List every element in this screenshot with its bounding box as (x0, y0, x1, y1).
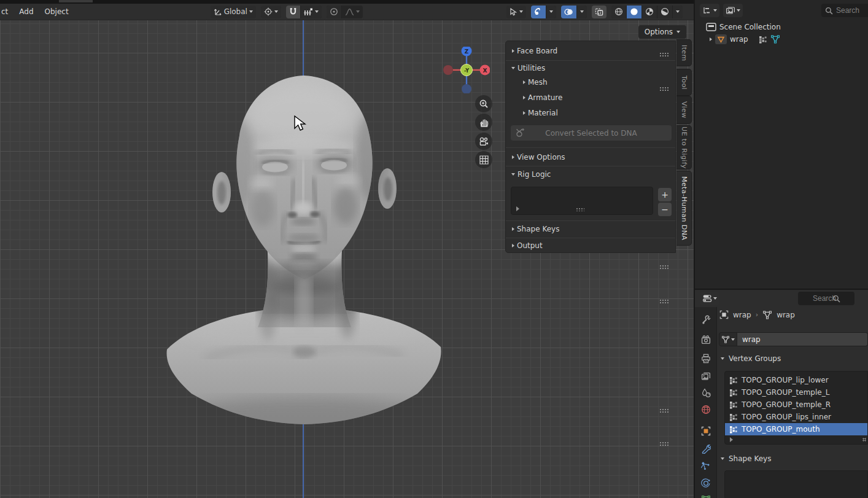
pan-view-button[interactable] (475, 114, 492, 131)
xray-toggle[interactable] (592, 6, 606, 18)
workspace-tab-compositing[interactable]: Compositing (427, 0, 481, 2)
zoom-view-button[interactable] (475, 95, 492, 112)
panel-rig-logic[interactable]: Rig Logic (506, 168, 675, 181)
pivot-point-dropdown[interactable] (261, 6, 281, 18)
breadcrumb-object-name[interactable]: wrap (733, 311, 751, 319)
menu-select-clipped[interactable]: ct (0, 4, 14, 20)
workspace-tab-geometry-nodes[interactable]: Geometry Nodes (483, 0, 551, 2)
vertex-groups-header[interactable]: Vertex Groups (721, 354, 781, 363)
view-axis-gizmo[interactable]: Z X -Y (443, 47, 490, 93)
drag-dots-icon[interactable] (862, 438, 866, 442)
object-type-visibility-dropdown[interactable] (506, 6, 526, 18)
head-model[interactable] (153, 62, 460, 430)
menu-object[interactable]: Object (39, 4, 74, 20)
rig-logic-remove-button[interactable]: − (658, 203, 672, 216)
panel-utilities[interactable]: Utilities (506, 61, 675, 75)
rig-logic-list[interactable] (511, 187, 653, 215)
xray-icon (595, 8, 603, 16)
tab-object-data-properties[interactable] (696, 491, 716, 498)
vertex-group-row[interactable]: TOPO_GROUP_lips_inner (725, 411, 867, 423)
outliner-display-mode-dropdown[interactable] (700, 4, 719, 17)
panel-view-options[interactable]: View Options (506, 150, 675, 164)
drag-dots-icon[interactable] (659, 265, 669, 269)
subpanel-mesh[interactable]: Mesh (517, 76, 686, 89)
workspace-tab-texture-paint[interactable]: Texture Paint (233, 0, 288, 2)
viewport-3d[interactable]: Z X -Y ct Add Object Global (0, 4, 694, 498)
outliner-filter-dropdown[interactable] (723, 4, 743, 17)
tab-modifier-properties[interactable] (696, 441, 716, 457)
mesh-data-icon[interactable] (770, 35, 780, 44)
panel-output[interactable]: Output (506, 239, 675, 252)
shading-solid-button[interactable] (627, 6, 641, 18)
vertex-groups-filter-row[interactable] (725, 435, 867, 444)
shading-rendered-button[interactable] (657, 6, 672, 18)
snap-settings-dropdown[interactable] (301, 6, 322, 18)
gizmos-dropdown[interactable] (546, 6, 556, 18)
expand-icon[interactable] (516, 206, 519, 211)
tab-output-properties[interactable] (696, 351, 716, 367)
tab-view-layer-properties[interactable] (696, 368, 716, 384)
transform-orientation-dropdown[interactable]: Global (211, 6, 256, 18)
snap-toggle-button[interactable] (286, 6, 300, 18)
shape-keys-list[interactable] (724, 470, 868, 498)
overlays-dropdown[interactable] (577, 6, 587, 18)
tab-world-properties[interactable] (696, 402, 716, 418)
drag-dots-icon[interactable] (659, 52, 669, 56)
tab-tool-properties[interactable] (696, 312, 716, 328)
menu-add[interactable]: Add (14, 4, 39, 20)
proportional-editing-button[interactable] (327, 6, 341, 18)
vertex-groups-list[interactable]: TOPO_GROUP_lip_lower TOPO_GROUP_temple_L… (724, 371, 868, 445)
properties-search-input[interactable] (798, 292, 854, 305)
expand-icon[interactable] (730, 437, 733, 442)
proportional-falloff-dropdown[interactable] (342, 6, 363, 18)
workspace-tab-layout[interactable]: Layout (59, 0, 93, 2)
workspace-tab-rendering[interactable]: Rendering (379, 0, 425, 2)
shading-material-button[interactable] (642, 6, 657, 18)
shading-dropdown[interactable] (673, 6, 683, 18)
expand-icon[interactable] (710, 37, 712, 41)
sidebar-tab-meta-human-dna[interactable]: Meta-Human DNA (676, 171, 692, 246)
panel-face-board[interactable]: Face Board (506, 44, 675, 58)
vertex-group-row[interactable]: TOPO_GROUP_temple_L (725, 386, 867, 399)
panel-shape-keys[interactable]: Shape Keys (506, 222, 675, 236)
outliner-wrap-row[interactable]: wrap (710, 34, 780, 44)
vertex-group-row-selected[interactable]: TOPO_GROUP_mouth (725, 423, 867, 435)
workspace-tab-scripting[interactable]: Scripting (554, 0, 595, 2)
toggle-ortho-button[interactable] (475, 151, 492, 168)
outliner-scene-collection-row[interactable]: Scene Collection (706, 23, 781, 31)
drag-dots-icon[interactable] (576, 208, 584, 211)
sidebar-tab-ue-to-rigify[interactable]: UE to Rigify (676, 125, 692, 169)
workspace-tab-sculpting[interactable]: Sculpting (139, 0, 182, 2)
convert-selected-to-dna-button[interactable]: Convert Selected to DNA (511, 125, 672, 141)
shape-keys-header[interactable]: Shape Keys (721, 454, 771, 463)
shading-wireframe-button[interactable] (611, 6, 626, 18)
properties-editor-type-dropdown[interactable] (700, 292, 719, 305)
overlays-toggle[interactable] (561, 6, 576, 18)
vertex-group-row[interactable]: TOPO_GROUP_temple_R (725, 399, 867, 411)
drag-dots-icon[interactable] (659, 442, 669, 446)
tab-particle-properties[interactable] (696, 458, 716, 474)
gizmos-toggle[interactable] (531, 6, 546, 18)
properties-editor: wrap › wrap wrap Vertex Groups (695, 289, 868, 498)
breadcrumb-data-name[interactable]: wrap (777, 311, 795, 319)
subpanel-material[interactable]: Material (517, 106, 686, 120)
tab-object-properties[interactable] (696, 423, 716, 439)
options-dropdown-button[interactable]: Options (638, 25, 686, 39)
workspace-tab-modeling[interactable]: Modeling (95, 0, 137, 2)
drag-dots-icon[interactable] (659, 408, 669, 413)
subpanel-armature[interactable]: Armature (517, 91, 686, 104)
workspace-tab-shading[interactable]: Shading (290, 0, 329, 2)
vertex-groups-icon[interactable] (759, 36, 767, 44)
camera-view-button[interactable] (475, 133, 492, 150)
workspace-tab-animation[interactable]: Animation (331, 0, 377, 2)
tab-scene-properties[interactable] (696, 385, 716, 401)
rig-logic-add-button[interactable]: + (658, 188, 672, 201)
datablock-name-field[interactable]: wrap (737, 332, 868, 346)
workspace-tab-uv-editing[interactable]: UV Editing (185, 0, 231, 2)
vertex-group-row[interactable]: TOPO_GROUP_lip_lower (725, 374, 867, 386)
tab-physics-properties[interactable] (696, 475, 716, 491)
sidebar-tab-item[interactable]: Item (676, 39, 692, 66)
mesh-datablock-dropdown[interactable] (719, 332, 737, 346)
drag-dots-icon[interactable] (659, 299, 669, 303)
tab-render-properties[interactable] (696, 332, 716, 348)
